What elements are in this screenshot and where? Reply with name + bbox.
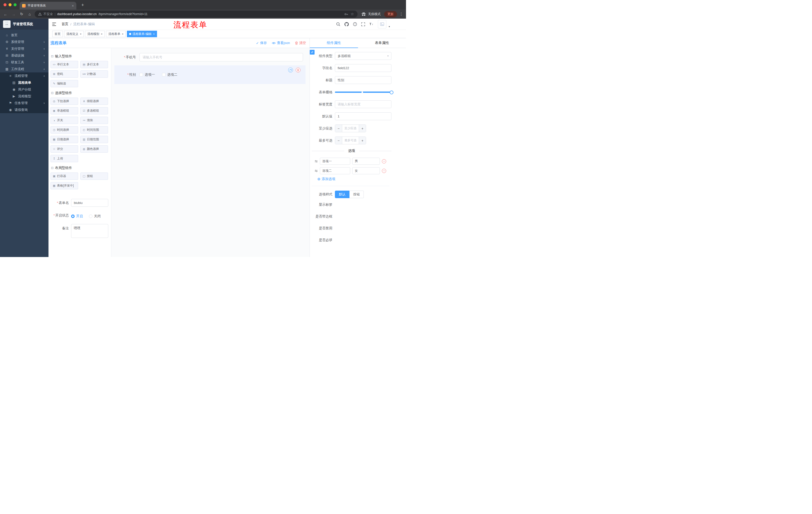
slider-track[interactable] (335, 91, 392, 93)
palette-component-time-range[interactable]: ◴时间范围 (80, 126, 108, 134)
form-grid-slider[interactable] (335, 88, 392, 96)
gender-option1-checkbox[interactable]: 选项一 (140, 73, 155, 77)
avatar[interactable] (378, 20, 386, 28)
stepper-increase-button[interactable]: + (359, 125, 366, 132)
tab-form-properties[interactable]: 表单属性 (358, 38, 406, 48)
selected-component-gender[interactable]: *性别 选项一 选项二 (114, 65, 306, 84)
tag-process-form[interactable]: 流程表单 × (106, 31, 126, 37)
password-key-icon[interactable] (344, 13, 348, 16)
sidebar-item-process-management[interactable]: ≡ 流程管理 ∧ (0, 73, 49, 79)
tab-component-properties[interactable]: 组件属性 (310, 38, 358, 48)
palette-component-button[interactable]: ▢按钮 (80, 172, 108, 180)
option-label-input[interactable] (320, 158, 350, 165)
sidebar-item-task-management[interactable]: ⚑ 任务管理 ∨ (0, 100, 49, 106)
security-label[interactable]: 不安全 (44, 12, 53, 16)
breadcrumb-home[interactable]: 首页 (62, 22, 68, 26)
form-name-input[interactable] (71, 199, 108, 207)
option-value-input[interactable] (352, 158, 380, 165)
security-warning-icon[interactable] (38, 12, 42, 16)
sidebar-logo[interactable]: 芋道管理系统 (0, 19, 49, 30)
save-button[interactable]: ✓ 保存 (256, 41, 267, 45)
window-zoom-button[interactable] (13, 3, 17, 6)
sidebar-item-workflow[interactable]: ▦ 工作流程 ∧ (0, 65, 49, 73)
tag-close-icon[interactable]: × (122, 32, 123, 35)
palette-component-slider[interactable]: ↦滑块 (80, 117, 108, 124)
window-close-button[interactable] (3, 3, 6, 6)
browser-update-button[interactable]: 更新 (384, 11, 397, 17)
style-default-button[interactable]: 默认 (335, 191, 349, 198)
sidebar-item-system-management[interactable]: ⚙ 系统管理 ∨ (0, 38, 49, 45)
window-minimize-button[interactable] (8, 3, 11, 6)
avatar-caret-icon[interactable]: ▾ (389, 25, 390, 28)
palette-component-cascader[interactable]: ⋔级联选择 (80, 98, 108, 105)
palette-component-color-picker[interactable]: ◍颜色选择 (80, 145, 108, 153)
sidebar-item-payment-management[interactable]: ¥ 支付管理 ∨ (0, 45, 49, 52)
palette-component-editor[interactable]: ✎编辑器 (51, 80, 78, 87)
search-icon[interactable] (336, 22, 340, 26)
collapse-panel-handle[interactable] (310, 50, 315, 55)
palette-component-checkbox-group[interactable]: ☑多选框组 (80, 107, 108, 114)
palette-component-single-line-text[interactable]: ▭单行文本 (51, 61, 78, 68)
new-tab-button[interactable]: + (79, 2, 86, 8)
github-icon[interactable] (344, 22, 349, 26)
status-on-radio[interactable]: 开启 (71, 214, 83, 218)
component-type-select[interactable]: 多选框组 ▾ (335, 52, 392, 60)
drag-handle-icon[interactable] (315, 169, 318, 172)
field-name-input[interactable] (335, 64, 392, 72)
sidebar-item-process-form[interactable]: ▤ 流程表单 (0, 79, 49, 86)
palette-component-password[interactable]: ⊠密码 (51, 71, 78, 78)
delete-component-button[interactable] (296, 67, 300, 73)
form-canvas[interactable]: *手机号 *性别 (111, 48, 310, 257)
option-label-input[interactable] (320, 167, 350, 174)
sidebar-item-user-group[interactable]: ◉ 用户分组 (0, 86, 49, 93)
stepper-increase-button[interactable]: + (359, 137, 366, 144)
add-option-button[interactable]: ⊕ 添加选项 (317, 177, 392, 181)
browser-menu-icon[interactable]: ⋮ (399, 12, 404, 16)
label-width-input[interactable] (335, 100, 392, 108)
title-input[interactable] (335, 76, 392, 84)
style-button-button[interactable]: 按钮 (349, 191, 364, 198)
help-icon[interactable]: ? (353, 22, 357, 26)
palette-component-time-picker[interactable]: ◷时间选择 (51, 126, 78, 134)
palette-component-date-picker[interactable]: ▦日期选择 (51, 136, 78, 143)
sidebar-item-dev-tools[interactable]: ⊡ 研发工具 ∨ (0, 59, 49, 65)
min-select-value[interactable]: 至少应选 (342, 125, 359, 132)
palette-component-counter[interactable]: 123计数器 (80, 71, 108, 78)
palette-component-radio-group[interactable]: ◉单选框组 (51, 107, 78, 114)
stepper-decrease-button[interactable]: − (335, 125, 342, 132)
tab-close-icon[interactable]: × (72, 4, 74, 8)
sidebar-item-leave-query[interactable]: ◉ 请假查询 (0, 106, 49, 113)
hamburger-icon[interactable] (52, 23, 58, 26)
browser-home-button[interactable]: ⌂ (27, 11, 33, 17)
font-size-icon[interactable]: TT (369, 22, 374, 26)
palette-component-row-container[interactable]: ▣行容器 (51, 172, 78, 180)
duplicate-component-button[interactable] (288, 67, 293, 73)
remove-option-button[interactable]: − (382, 169, 386, 173)
status-off-radio[interactable]: 关闭 (89, 214, 101, 218)
palette-component-upload[interactable]: ↥上传 (51, 155, 78, 162)
sidebar-item-process-model[interactable]: ▶ 流程模型 (0, 93, 49, 100)
clear-button[interactable]: 清空 (295, 41, 306, 45)
palette-component-switch[interactable]: ◑开关 (51, 117, 78, 124)
palette-component-multi-line-text[interactable]: ▤多行文本 (80, 61, 108, 68)
bookmark-star-icon[interactable]: ☆ (351, 12, 354, 16)
tag-close-icon[interactable]: × (80, 32, 81, 35)
reload-button[interactable]: ↻ (19, 11, 25, 17)
drag-handle-icon[interactable] (315, 160, 318, 163)
option-value-input[interactable] (352, 167, 380, 174)
palette-component-rate[interactable]: ☆评分 (51, 145, 78, 153)
browser-tab[interactable]: 芋道管理系统 × (20, 2, 76, 9)
palette-component-date-range[interactable]: ▥日期范围 (80, 136, 108, 143)
forward-button[interactable]: → (10, 11, 17, 17)
max-select-value[interactable]: 最多可选 (342, 137, 359, 144)
back-button[interactable]: ← (2, 11, 8, 17)
tag-process-form-edit[interactable]: 流程表单-编辑 × (127, 31, 157, 37)
view-json-button[interactable]: 查看json (272, 41, 290, 45)
tag-home[interactable]: 首页 (52, 31, 63, 37)
url-bar[interactable]: 不安全 | dashboard.yudao.iocoder.cn /bpm/ma… (35, 10, 357, 18)
phone-input[interactable] (140, 53, 303, 61)
phone-field-row[interactable]: *手机号 (114, 53, 306, 61)
palette-component-table-dev[interactable]: ▦表格[开发中] (51, 182, 78, 189)
sidebar-item-infrastructure[interactable]: ⊞ 基础设施 ∨ (0, 52, 49, 59)
tag-process-model[interactable]: 流程模型 × (85, 31, 105, 37)
